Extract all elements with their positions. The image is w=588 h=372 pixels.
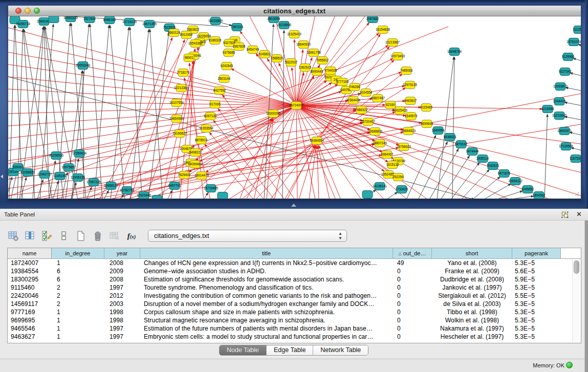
cell-short[interactable]: Wolkin et al. (1998) bbox=[432, 316, 512, 324]
cell-year[interactable]: 1998 bbox=[104, 308, 140, 316]
graph-node[interactable]: 1640954 bbox=[432, 127, 445, 135]
function-builder-icon[interactable]: f(x) bbox=[126, 230, 137, 242]
graph-node[interactable]: 1733426 bbox=[396, 186, 408, 193]
graph-node[interactable]: 62160 bbox=[385, 101, 396, 109]
cell-out_de[interactable]: 0 bbox=[393, 324, 432, 333]
cell-out_de[interactable]: 0 bbox=[393, 333, 432, 341]
cell-short[interactable]: Franke et al. (2009) bbox=[432, 267, 512, 275]
show-columns-icon[interactable] bbox=[25, 230, 36, 242]
cell-title[interactable]: Estimation of the future numbers of pati… bbox=[140, 324, 393, 333]
cell-name[interactable]: 9465546 bbox=[8, 324, 52, 333]
graph-node[interactable]: 7632621 bbox=[487, 162, 499, 170]
cell-year[interactable]: 1997 bbox=[104, 324, 140, 333]
cell-pagerank[interactable]: 5.3E−5 bbox=[512, 259, 561, 267]
cell-title[interactable]: Structural magnetic resonance image aver… bbox=[140, 316, 393, 324]
graph-node[interactable]: 79756923 bbox=[397, 143, 411, 151]
cell-pagerank[interactable]: 5.5E−5 bbox=[512, 292, 561, 300]
cell-out_de[interactable]: 0 bbox=[393, 275, 432, 283]
graph-node[interactable]: 2718176 bbox=[177, 69, 190, 77]
column-header-out_de[interactable]: △out_de… bbox=[393, 248, 432, 259]
cell-name[interactable]: 14569117 bbox=[8, 300, 52, 308]
table-row[interactable]: 1456911722003Disruption of a novel membe… bbox=[8, 300, 561, 308]
table-row[interactable]: 969969511998Structural magnetic resonanc… bbox=[8, 316, 561, 324]
graph-node[interactable]: 9375685 bbox=[223, 49, 235, 57]
graph-node[interactable]: 16033809 bbox=[208, 17, 223, 25]
graph-node[interactable]: 917006 bbox=[209, 101, 221, 108]
delete-table-icon[interactable] bbox=[109, 230, 120, 242]
graph-node[interactable]: 19218506 bbox=[277, 21, 292, 29]
graph-node[interactable]: 14136141 bbox=[373, 183, 387, 190]
collapse-left-panel-icon[interactable] bbox=[1, 174, 3, 179]
graph-node[interactable]: 1362615 bbox=[299, 64, 312, 72]
cell-name[interactable]: 9699695 bbox=[8, 316, 52, 324]
cell-in_degree[interactable]: 2 bbox=[52, 300, 104, 308]
cell-pagerank[interactable]: 5.3E−5 bbox=[512, 333, 561, 341]
graph-node[interactable] bbox=[217, 192, 228, 199]
cell-in_degree[interactable]: 6 bbox=[52, 267, 104, 275]
delete-column-icon[interactable] bbox=[92, 230, 103, 242]
cell-in_degree[interactable]: 2 bbox=[52, 283, 104, 292]
graph-node[interactable]: 8660124 bbox=[168, 29, 181, 37]
graph-node[interactable]: 18640910 bbox=[296, 41, 311, 49]
graph-node[interactable]: 1145194 bbox=[54, 172, 67, 180]
graph-node[interactable]: 8454749 bbox=[247, 46, 259, 54]
tab-node-table[interactable]: Node Table bbox=[220, 345, 267, 355]
graph-node[interactable]: 8912954 bbox=[180, 31, 193, 39]
table-row[interactable]: 2242004622012Investigating the contribut… bbox=[8, 292, 561, 300]
graph-node[interactable]: 2935114 bbox=[476, 155, 489, 163]
table-row[interactable]: 911546021997Tourette syndrome. Phenomeno… bbox=[8, 283, 561, 292]
table-row[interactable]: 1938455462009Genome−wide association stu… bbox=[8, 267, 561, 275]
graph-node[interactable]: 11353594 bbox=[199, 125, 213, 133]
select-rows-icon[interactable] bbox=[41, 230, 53, 242]
cell-out_de[interactable]: 0 bbox=[393, 283, 432, 292]
graph-node[interactable]: 9129966 bbox=[562, 53, 575, 61]
graph-node[interactable]: 10975857 bbox=[61, 164, 76, 171]
graph-node[interactable]: 1527602 bbox=[83, 16, 96, 23]
cell-year[interactable]: 2003 bbox=[104, 300, 140, 308]
graph-node[interactable]: 15716485 bbox=[204, 185, 219, 192]
graph-node[interactable]: 10973493 bbox=[390, 53, 405, 60]
graph-node[interactable]: 8813054 bbox=[268, 16, 280, 23]
cell-pagerank[interactable]: 5.9E−5 bbox=[512, 275, 561, 283]
cell-year[interactable]: 2008 bbox=[104, 275, 140, 283]
graph-node[interactable]: 746266 bbox=[349, 83, 360, 91]
graph-node[interactable]: 5322037 bbox=[285, 59, 298, 67]
graph-node[interactable]: 12975135 bbox=[403, 81, 418, 89]
column-header-pagerank[interactable]: pagerank bbox=[512, 248, 561, 259]
graph-node[interactable] bbox=[49, 16, 59, 23]
cell-in_degree[interactable]: 1 bbox=[52, 316, 104, 324]
cell-name[interactable]: 18300295 bbox=[8, 275, 52, 283]
graph-node[interactable]: 7955812 bbox=[316, 57, 329, 64]
cell-in_degree[interactable]: 1 bbox=[52, 324, 104, 333]
window-titlebar[interactable]: citations_edges.txt bbox=[8, 6, 581, 16]
graph-node[interactable]: 16210643 bbox=[552, 112, 567, 120]
graph-node[interactable]: 15692971 bbox=[557, 127, 572, 135]
graph-node[interactable]: 8471676 bbox=[498, 170, 511, 178]
graph-node[interactable]: 16961758 bbox=[307, 49, 321, 57]
graph-node[interactable]: 10807487 bbox=[371, 95, 385, 102]
cell-title[interactable]: Changes of HCN gene expression and I(f) … bbox=[140, 259, 393, 267]
graph-node[interactable]: 2803144 bbox=[218, 75, 231, 83]
row-height-icon[interactable] bbox=[58, 230, 70, 242]
network-graph[interactable]: 2405571420691406106533251527602846616010… bbox=[8, 16, 581, 199]
graph-node[interactable]: 9457791 bbox=[168, 182, 181, 190]
cell-in_degree[interactable]: 1 bbox=[52, 259, 104, 267]
graph-node[interactable]: 10653325 bbox=[63, 16, 78, 22]
cell-out_de[interactable]: 0 bbox=[393, 267, 432, 275]
graph-node[interactable]: 2967608 bbox=[233, 43, 246, 51]
table-scrollbar-thumb[interactable] bbox=[574, 260, 579, 274]
network-canvas[interactable]: 2405571420691406106533251527602846616010… bbox=[8, 16, 581, 199]
graph-node[interactable]: 7485063 bbox=[400, 67, 413, 75]
cell-short[interactable]: Yano et al. (2008) bbox=[432, 259, 512, 267]
graph-node[interactable]: 16648784 bbox=[447, 48, 462, 56]
graph-node[interactable]: 10025433 bbox=[393, 107, 408, 115]
cell-out_de[interactable]: 0 bbox=[393, 292, 432, 300]
graph-node[interactable]: 252254 bbox=[393, 173, 404, 181]
graph-node[interactable]: 9777169 bbox=[336, 78, 349, 86]
graph-node[interactable]: 1615132 bbox=[386, 161, 399, 169]
graph-node[interactable]: 12905135 bbox=[71, 174, 85, 182]
column-header-title[interactable]: title bbox=[140, 248, 393, 259]
cell-in_degree[interactable]: 6 bbox=[52, 275, 104, 283]
cell-out_de[interactable]: 0 bbox=[393, 308, 432, 316]
cell-in_degree[interactable]: 1 bbox=[52, 308, 104, 316]
